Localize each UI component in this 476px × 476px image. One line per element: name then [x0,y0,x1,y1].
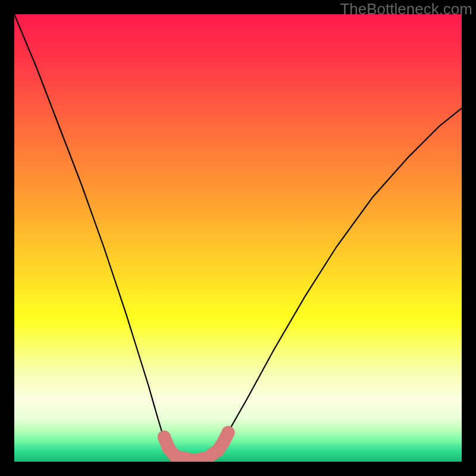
bottleneck-chart [14,14,462,462]
valley-marker [158,431,171,444]
watermark-text: TheBottleneck.com [340,0,472,18]
chart-frame [14,14,462,462]
valley-marker [221,426,234,439]
gradient-background [14,14,462,462]
